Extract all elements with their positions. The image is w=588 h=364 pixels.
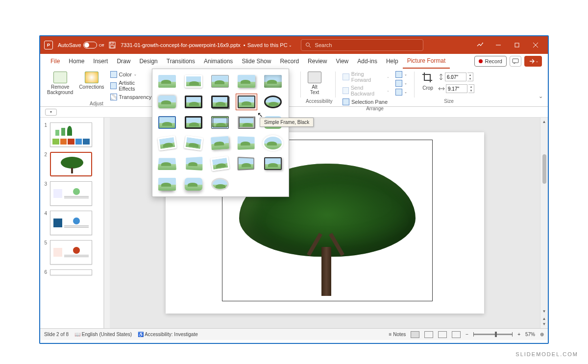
style-option[interactable] bbox=[209, 114, 231, 131]
zoom-in-button[interactable]: + bbox=[517, 332, 520, 337]
style-option[interactable] bbox=[156, 176, 178, 193]
tab-home[interactable]: Home bbox=[64, 54, 89, 69]
svg-point-5 bbox=[482, 43, 483, 44]
tab-insert[interactable]: Insert bbox=[89, 54, 112, 69]
search-box[interactable]: Search bbox=[301, 39, 423, 51]
slideshow-view-button[interactable] bbox=[452, 331, 461, 338]
send-backward-button[interactable]: Send Backward⌄ bbox=[341, 84, 392, 97]
style-option[interactable] bbox=[236, 135, 257, 151]
alt-text-button[interactable]: AltText bbox=[306, 71, 323, 96]
tab-add-ins[interactable]: Add-ins bbox=[353, 54, 382, 69]
fit-to-window-button[interactable]: ⊕ bbox=[540, 332, 544, 337]
style-option[interactable] bbox=[209, 73, 231, 90]
tab-animations[interactable]: Animations bbox=[199, 54, 237, 69]
toggle-track[interactable] bbox=[83, 42, 97, 49]
record-button[interactable]: Record bbox=[474, 56, 507, 67]
slide-thumbnail-2[interactable] bbox=[50, 152, 92, 176]
style-option[interactable] bbox=[183, 94, 204, 110]
style-option[interactable] bbox=[262, 94, 284, 110]
thumbnails-scrollbar[interactable] bbox=[104, 118, 110, 328]
style-option[interactable] bbox=[209, 155, 231, 172]
height-input-row: ▲▼ bbox=[438, 73, 474, 81]
tab-design[interactable]: Design bbox=[135, 54, 162, 69]
style-option[interactable] bbox=[236, 73, 257, 90]
save-status[interactable]: Saved to this PC bbox=[247, 42, 288, 48]
svg-rect-2 bbox=[110, 46, 114, 48]
zoom-out-button[interactable]: − bbox=[466, 332, 468, 337]
slide-thumbnail-3[interactable] bbox=[50, 181, 92, 206]
tab-review[interactable]: Review bbox=[303, 54, 331, 69]
save-icon[interactable] bbox=[109, 42, 116, 49]
slide-thumbnail-4[interactable] bbox=[50, 211, 92, 235]
tab-view[interactable]: View bbox=[331, 54, 353, 69]
corrections-button[interactable]: Corrections bbox=[77, 71, 106, 91]
slide-position[interactable]: Slide 2 of 8 bbox=[44, 332, 69, 337]
bring-forward-button[interactable]: Bring Forward⌄ bbox=[341, 71, 392, 83]
selection-pane-button[interactable]: Selection Pane bbox=[341, 98, 392, 106]
style-option[interactable] bbox=[183, 176, 204, 193]
privacy-icon[interactable] bbox=[471, 38, 488, 52]
align-button[interactable]: ⌄ bbox=[393, 71, 409, 78]
style-option[interactable] bbox=[262, 73, 284, 90]
style-option[interactable] bbox=[236, 155, 257, 172]
tab-draw[interactable]: Draw bbox=[112, 54, 135, 69]
style-option[interactable] bbox=[156, 94, 178, 110]
style-option[interactable] bbox=[209, 135, 231, 151]
style-tooltip: Simple Frame, Black bbox=[260, 118, 314, 127]
color-button[interactable]: Color⌄ bbox=[108, 71, 159, 78]
minimize-button[interactable] bbox=[490, 38, 507, 52]
document-filename[interactable]: 7331-01-growth-concept-for-powerpoint-16… bbox=[121, 42, 241, 48]
style-option[interactable] bbox=[209, 176, 231, 193]
autosave-toggle[interactable]: AutoSave Off bbox=[58, 42, 104, 49]
accessibility-checker[interactable]: ♿ Accessibility: Investigate bbox=[138, 332, 198, 337]
tab-file[interactable]: File bbox=[46, 54, 64, 69]
slide-thumbnail-5[interactable] bbox=[50, 240, 92, 265]
width-input[interactable] bbox=[446, 84, 467, 93]
style-option[interactable] bbox=[156, 135, 178, 151]
qat-expand-button[interactable]: ▾ bbox=[45, 109, 57, 116]
style-option[interactable] bbox=[156, 73, 178, 90]
zoom-slider[interactable] bbox=[473, 334, 513, 335]
style-option[interactable] bbox=[183, 114, 204, 131]
rotate-button[interactable]: ⌄ bbox=[393, 88, 409, 96]
share-button[interactable]: ⌄ bbox=[524, 56, 542, 67]
style-option[interactable] bbox=[262, 155, 284, 172]
width-spinner[interactable]: ▲▼ bbox=[468, 84, 474, 93]
language-indicator[interactable]: 📖 English (United States) bbox=[74, 332, 132, 337]
reading-view-button[interactable] bbox=[438, 331, 447, 338]
remove-background-button[interactable]: RemoveBackground bbox=[45, 71, 75, 96]
style-option[interactable] bbox=[209, 94, 231, 110]
height-input[interactable] bbox=[445, 73, 466, 81]
style-option[interactable] bbox=[262, 135, 284, 151]
slide-sorter-view-button[interactable] bbox=[424, 331, 433, 338]
slide-thumbnail-1[interactable] bbox=[50, 122, 92, 147]
picture-styles-gallery bbox=[152, 69, 289, 197]
comments-button[interactable] bbox=[510, 56, 521, 67]
zoom-level[interactable]: 57% bbox=[525, 332, 535, 337]
normal-view-button[interactable] bbox=[411, 331, 419, 338]
canvas-scrollbar[interactable]: ▲ ▼ ▲ ▼ bbox=[540, 118, 548, 328]
tab-picture-format[interactable]: Picture Format bbox=[403, 54, 450, 69]
style-option[interactable] bbox=[156, 114, 178, 131]
tab-record[interactable]: Record bbox=[275, 54, 303, 69]
style-option-hovered[interactable] bbox=[236, 94, 257, 110]
crop-button[interactable]: Crop bbox=[419, 71, 436, 92]
tab-slide-show[interactable]: Slide Show bbox=[237, 54, 275, 69]
style-option[interactable] bbox=[183, 73, 204, 90]
tab-transitions[interactable]: Transitions bbox=[162, 54, 199, 69]
notes-button[interactable]: ≡ Notes bbox=[389, 332, 406, 337]
artistic-effects-button[interactable]: Artistic Effects⌄ bbox=[108, 79, 159, 92]
transparency-button[interactable]: Transparency⌄ bbox=[108, 93, 159, 101]
group-objects-button[interactable]: ⌄ bbox=[393, 79, 409, 87]
maximize-button[interactable] bbox=[509, 38, 525, 52]
tab-help[interactable]: Help bbox=[382, 54, 403, 69]
style-option[interactable] bbox=[183, 155, 204, 172]
slide-thumbnail-6[interactable] bbox=[50, 269, 92, 275]
height-spinner[interactable]: ▲▼ bbox=[467, 73, 473, 81]
style-option[interactable] bbox=[236, 114, 257, 131]
collapse-ribbon-button[interactable]: ⌄ bbox=[539, 69, 548, 106]
powerpoint-window: P AutoSave Off 7331-01-growth-concept-fo… bbox=[39, 35, 549, 344]
style-option[interactable] bbox=[156, 155, 178, 172]
style-option[interactable] bbox=[183, 135, 204, 151]
close-button[interactable] bbox=[527, 38, 544, 52]
